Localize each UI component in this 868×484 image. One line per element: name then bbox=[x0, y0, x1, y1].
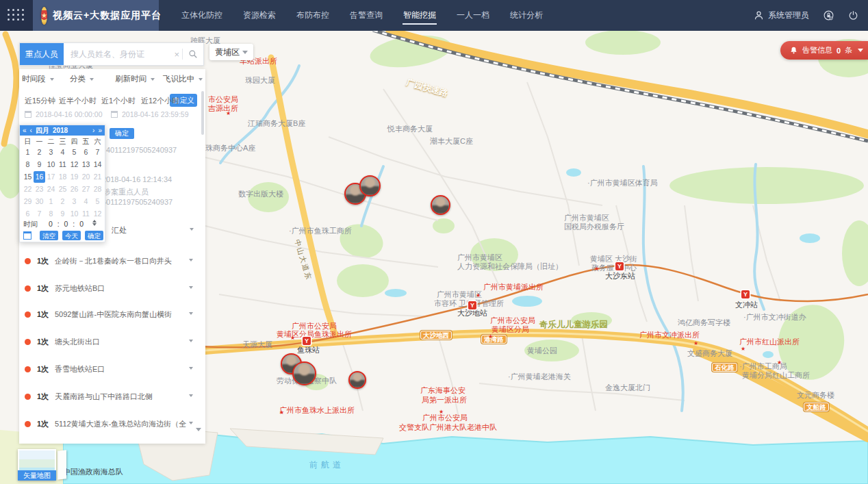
person-hit-marker[interactable] bbox=[359, 175, 381, 196]
date-to-field[interactable]: 2018-04-16 23:59:59 bbox=[122, 110, 189, 118]
chevron-down-icon[interactable] bbox=[190, 228, 194, 231]
calendar-day-cell[interactable]: 24 bbox=[45, 183, 57, 195]
chevron-down-icon[interactable] bbox=[189, 259, 193, 262]
calendar-day-cell[interactable]: 27 bbox=[80, 183, 92, 195]
calendar-day-cell[interactable]: 12 bbox=[68, 159, 80, 170]
quick-time-option-2[interactable]: 近半个小时 bbox=[59, 96, 97, 106]
app-grid-button[interactable] bbox=[0, 0, 33, 31]
time-spinner[interactable] bbox=[92, 220, 97, 226]
calendar-day-cell[interactable]: 29 bbox=[22, 196, 34, 207]
calendar-day-cell[interactable]: 17 bbox=[45, 171, 57, 183]
calendar-day-cell[interactable]: 12 bbox=[92, 208, 103, 220]
filter-dropdown-1[interactable]: 时间段 bbox=[22, 74, 54, 84]
calendar-day-cell[interactable]: 22 bbox=[22, 183, 34, 195]
track-list-item[interactable]: 1次5092蟹山路-中医院东南向蟹山横街 bbox=[19, 306, 205, 324]
clear-button[interactable]: 清空 bbox=[40, 231, 58, 240]
metro-station-icon[interactable]: Y bbox=[303, 337, 311, 345]
calendar-day-cell[interactable]: 4 bbox=[80, 196, 92, 207]
calendar-day-cell[interactable]: 5 bbox=[68, 147, 80, 158]
track-list-item[interactable]: 1次苏元地铁站B口 bbox=[19, 280, 205, 298]
panel-scrollbar[interactable] bbox=[201, 91, 204, 135]
calendar-day-cell[interactable]: 8 bbox=[45, 208, 57, 220]
quick-time-option-3[interactable]: 近1个小时 bbox=[101, 96, 136, 106]
alarm-pill[interactable]: 告警信息 0 条 bbox=[780, 41, 868, 60]
logout-button[interactable] bbox=[848, 10, 858, 21]
minimap-thumbnail[interactable]: 矢量地图 bbox=[18, 449, 56, 481]
search-button[interactable] bbox=[183, 43, 203, 65]
prev-year-button[interactable]: « bbox=[23, 127, 27, 134]
brand-block[interactable]: ★ 视频云+大数据应用平台 bbox=[33, 0, 159, 31]
nav-item-5[interactable]: 智能挖掘 bbox=[393, 0, 446, 31]
calendar-day-cell[interactable]: 2 bbox=[34, 147, 45, 158]
chevron-down-icon[interactable] bbox=[189, 312, 193, 315]
range-confirm-button[interactable]: 确定 bbox=[110, 128, 134, 139]
calendar-day-cell[interactable]: 7 bbox=[92, 147, 103, 158]
today-button[interactable]: 今天 bbox=[62, 231, 81, 240]
calendar-day-cell[interactable]: 4 bbox=[57, 147, 68, 158]
calendar-day-cell[interactable]: 26 bbox=[68, 183, 80, 195]
calendar-day-cell[interactable]: 6 bbox=[22, 208, 34, 220]
date-from-field[interactable]: 2018-04-16 00:00:00 bbox=[36, 110, 103, 118]
calendar-day-cell[interactable]: 1 bbox=[22, 147, 34, 158]
calendar-day-cell[interactable]: 2 bbox=[57, 196, 68, 207]
metro-station-icon[interactable]: Y bbox=[468, 301, 476, 309]
calendar-day-cell[interactable]: 7 bbox=[34, 208, 45, 220]
calendar-day-cell[interactable]: 25 bbox=[57, 183, 68, 195]
nav-item-3[interactable]: 布防布控 bbox=[286, 0, 340, 31]
search-category-button[interactable]: 重点人员 bbox=[20, 43, 64, 65]
calendar-day-cell[interactable]: 28 bbox=[92, 183, 103, 195]
chevron-down-icon[interactable] bbox=[189, 394, 193, 397]
nav-item-2[interactable]: 资源检索 bbox=[233, 0, 286, 31]
time-value[interactable]: 0 : 0 : 0 bbox=[49, 220, 85, 228]
calendar-day-cell[interactable]: 9 bbox=[57, 208, 68, 220]
calendar-mode-icon[interactable] bbox=[23, 231, 31, 240]
nav-item-1[interactable]: 立体化防控 bbox=[171, 0, 233, 31]
calendar-day-cell[interactable]: 9 bbox=[34, 159, 45, 170]
confirm-button[interactable]: 确定 bbox=[85, 231, 103, 240]
calendar-day-cell[interactable]: 23 bbox=[34, 183, 45, 195]
calendar-day-cell[interactable]: 3 bbox=[45, 147, 57, 158]
calendar-day-cell[interactable]: 5 bbox=[92, 196, 103, 207]
track-list-item[interactable]: 1次香雪地铁站E口 bbox=[19, 361, 205, 379]
filter-dropdown-3[interactable]: 刷新时间 bbox=[115, 74, 155, 84]
calendar-day-cell[interactable]: 16 bbox=[34, 171, 45, 183]
calendar-day-cell[interactable]: 30 bbox=[34, 196, 45, 207]
calendar-day-cell[interactable]: 11 bbox=[80, 208, 92, 220]
calendar-day-cell[interactable]: 19 bbox=[68, 171, 80, 183]
prev-month-button[interactable]: ‹ bbox=[30, 127, 32, 134]
clear-search-icon[interactable]: × bbox=[171, 49, 182, 60]
chevron-down-icon[interactable] bbox=[189, 340, 193, 342]
metro-station-icon[interactable]: Y bbox=[741, 290, 750, 298]
track-list-item[interactable]: 1次企岭街－北1巷秦岭东一巷口向井头 bbox=[19, 253, 205, 270]
calendar-day-cell[interactable]: 11 bbox=[57, 159, 68, 170]
quick-time-option-4[interactable]: 近12个小时 bbox=[141, 96, 179, 106]
calendar-day-cell[interactable]: 13 bbox=[80, 159, 92, 170]
calendar-day-cell[interactable]: 8 bbox=[22, 159, 34, 170]
security-settings-button[interactable] bbox=[823, 10, 834, 21]
calendar-day-cell[interactable]: 18 bbox=[57, 171, 68, 183]
track-list-item[interactable]: 1次5112黄埔大道东-鱼珠总站向海边街（全） bbox=[19, 416, 205, 433]
calendar-day-cell[interactable]: 3 bbox=[68, 196, 80, 207]
next-year-button[interactable]: » bbox=[98, 127, 102, 134]
track-list-item[interactable]: 1次天麓南路与山下中路路口北侧 bbox=[19, 388, 205, 406]
calendar-day-cell[interactable]: 1 bbox=[45, 196, 57, 207]
chevron-down-icon[interactable] bbox=[189, 286, 193, 289]
calendar-day-cell[interactable]: 10 bbox=[45, 159, 57, 170]
chevron-down-icon[interactable] bbox=[189, 367, 193, 370]
chevron-down-icon[interactable] bbox=[189, 422, 193, 424]
quick-time-option-1[interactable]: 近15分钟 bbox=[25, 96, 55, 106]
track-list-item[interactable]: 1次塘头北街出口 bbox=[19, 333, 205, 351]
user-menu[interactable]: 系统管理员 bbox=[754, 10, 809, 21]
calendar-day-cell[interactable]: 15 bbox=[22, 171, 34, 183]
calendar-day-cell[interactable]: 6 bbox=[80, 147, 92, 158]
scroll-down-icon[interactable] bbox=[196, 428, 201, 431]
metro-station-icon[interactable]: Y bbox=[615, 262, 624, 270]
nav-item-6[interactable]: 一人一档 bbox=[446, 0, 500, 31]
filter-dropdown-4[interactable]: 飞识比中 bbox=[163, 74, 203, 84]
district-dropdown[interactable]: 黄埔区 bbox=[209, 44, 253, 60]
nav-item-4[interactable]: 告警查询 bbox=[340, 0, 393, 31]
calendar-day-cell[interactable]: 20 bbox=[80, 171, 92, 183]
search-input[interactable] bbox=[64, 43, 171, 65]
person-hit-marker[interactable] bbox=[292, 361, 316, 385]
person-hit-marker[interactable] bbox=[431, 195, 450, 215]
